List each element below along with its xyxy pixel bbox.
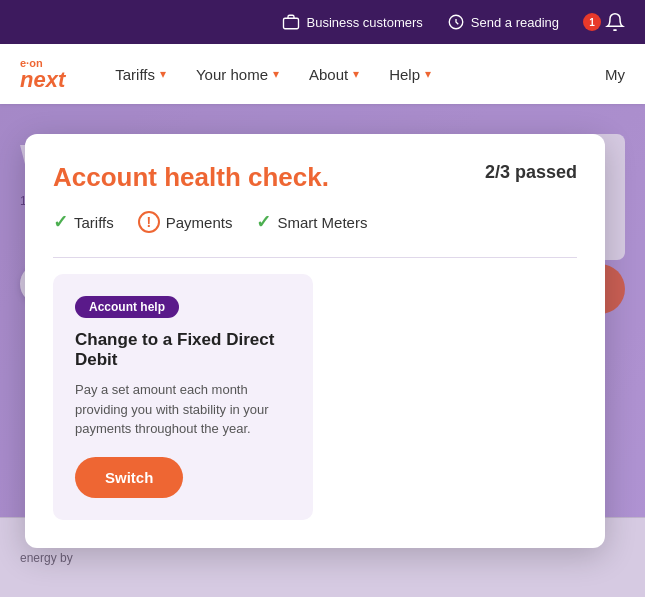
nav-help-label: Help	[389, 66, 420, 83]
logo-next: next	[20, 69, 65, 91]
nav-your-home-label: Your home	[196, 66, 268, 83]
card-tag: Account help	[75, 296, 179, 318]
tariffs-chevron-icon: ▾	[160, 67, 166, 81]
about-chevron-icon: ▾	[353, 67, 359, 81]
check-payments: ! Payments	[138, 211, 233, 233]
modal-passed: 2/3 passed	[485, 162, 577, 183]
help-chevron-icon: ▾	[425, 67, 431, 81]
check-smart-meters-label: Smart Meters	[277, 214, 367, 231]
modal-checks: ✓ Tariffs ! Payments ✓ Smart Meters	[53, 211, 577, 233]
nav-your-home[interactable]: Your home ▾	[196, 66, 279, 83]
logo[interactable]: e·on next	[20, 58, 65, 91]
check-ok-icon-2: ✓	[256, 211, 271, 233]
briefcase-icon	[282, 13, 300, 31]
modal-title: Account health check.	[53, 162, 329, 193]
check-tariffs: ✓ Tariffs	[53, 211, 114, 233]
nav-my[interactable]: My	[605, 66, 625, 83]
card-title: Change to a Fixed Direct Debit	[75, 330, 291, 370]
business-customers-label: Business customers	[306, 15, 422, 30]
top-bar: Business customers Send a reading 1	[0, 0, 645, 44]
notification-area[interactable]: 1	[583, 12, 625, 32]
nav-about[interactable]: About ▾	[309, 66, 359, 83]
nav-about-label: About	[309, 66, 348, 83]
modal-divider	[53, 257, 577, 258]
switch-button[interactable]: Switch	[75, 457, 183, 498]
nav-tariffs[interactable]: Tariffs ▾	[115, 66, 166, 83]
svg-rect-0	[284, 18, 299, 29]
nav-my-label: My	[605, 66, 625, 83]
modal-overlay: Account health check. 2/3 passed ✓ Tarif…	[0, 104, 645, 597]
send-reading-link[interactable]: Send a reading	[447, 13, 559, 31]
notification-badge: 1	[583, 13, 601, 31]
nav-help[interactable]: Help ▾	[389, 66, 431, 83]
check-smart-meters: ✓ Smart Meters	[256, 211, 367, 233]
nav-tariffs-label: Tariffs	[115, 66, 155, 83]
check-tariffs-label: Tariffs	[74, 214, 114, 231]
send-reading-label: Send a reading	[471, 15, 559, 30]
your-home-chevron-icon: ▾	[273, 67, 279, 81]
card-text: Pay a set amount each month providing yo…	[75, 380, 291, 439]
health-check-modal: Account health check. 2/3 passed ✓ Tarif…	[25, 134, 605, 548]
modal-header: Account health check. 2/3 passed	[53, 162, 577, 193]
business-customers-link[interactable]: Business customers	[282, 13, 422, 31]
check-warn-icon: !	[138, 211, 160, 233]
account-help-card: Account help Change to a Fixed Direct De…	[53, 274, 313, 520]
check-ok-icon: ✓	[53, 211, 68, 233]
meter-icon	[447, 13, 465, 31]
check-payments-label: Payments	[166, 214, 233, 231]
nav-bar: e·on next Tariffs ▾ Your home ▾ About ▾ …	[0, 44, 645, 104]
bell-icon	[605, 12, 625, 32]
